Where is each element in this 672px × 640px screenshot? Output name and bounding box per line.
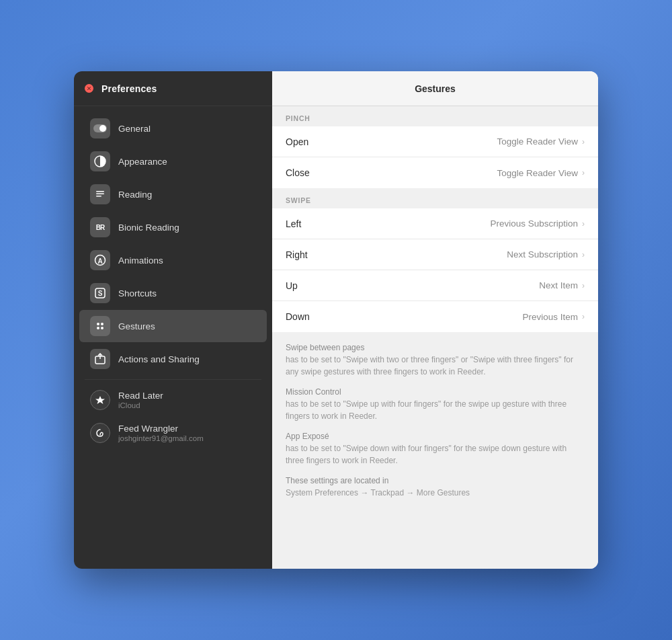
close-label: Close xyxy=(286,167,310,178)
sidebar-item-bionic-reading[interactable]: BR Bionic Reading xyxy=(79,211,267,243)
right-value-text: Next Subscription xyxy=(507,249,578,259)
sidebar-item-reading[interactable]: Reading xyxy=(79,178,267,210)
read-later-label: Read Later xyxy=(118,391,163,401)
right-label: Right xyxy=(286,249,308,260)
sidebar-header: Preferences xyxy=(74,71,272,106)
feed-wrangler-icon xyxy=(90,423,110,443)
info-text-2: has to be set to "Swipe down with four f… xyxy=(286,442,585,467)
down-value: Previous Item › xyxy=(522,312,585,322)
sidebar-item-feed-wrangler[interactable]: Feed Wrangler joshginter91@gmail.com xyxy=(79,417,267,449)
svg-point-12 xyxy=(97,327,99,329)
svg-marker-16 xyxy=(95,396,105,404)
svg-text:S: S xyxy=(98,290,103,297)
down-chevron: › xyxy=(582,312,585,321)
up-value-text: Next Item xyxy=(539,280,578,290)
bionic-reading-icon: BR xyxy=(90,217,110,237)
up-chevron: › xyxy=(582,281,585,290)
info-heading-3: These settings are located in xyxy=(286,476,585,485)
info-block-0: Swipe between pages has to be set to "Sw… xyxy=(286,343,585,378)
sidebar-item-actions-sharing[interactable]: Actions and Sharing xyxy=(79,343,267,375)
sidebar-item-animations[interactable]: A Animations xyxy=(79,244,267,276)
open-chevron: › xyxy=(582,137,585,147)
info-heading-1: Mission Control xyxy=(286,387,585,397)
sidebar-item-read-later[interactable]: Read Later iCloud xyxy=(79,384,267,416)
read-later-info: Read Later iCloud xyxy=(118,391,163,409)
close-button[interactable] xyxy=(85,84,93,93)
bionic-reading-label: Bionic Reading xyxy=(118,223,179,233)
shortcuts-label: Shortcuts xyxy=(118,288,157,298)
info-block-2: App Exposé has to be set to "Swipe down … xyxy=(286,432,585,467)
sidebar: Preferences General xyxy=(74,71,272,569)
open-value-text: Toggle Reader View xyxy=(497,136,578,147)
main-title: Gestures xyxy=(415,83,456,94)
close-value: Toggle Reader View › xyxy=(497,168,585,178)
svg-point-11 xyxy=(101,323,103,325)
up-value: Next Item › xyxy=(539,280,585,290)
up-label: Up xyxy=(286,280,298,291)
info-area: Swipe between pages has to be set to "Sw… xyxy=(272,332,598,519)
actions-sharing-label: Actions and Sharing xyxy=(118,354,200,364)
svg-text:A: A xyxy=(97,257,102,265)
gestures-icon xyxy=(90,316,110,336)
svg-point-10 xyxy=(97,323,99,325)
down-label: Down xyxy=(286,311,310,322)
reading-label: Reading xyxy=(118,190,152,200)
actions-sharing-icon xyxy=(90,349,110,369)
svg-rect-3 xyxy=(96,191,104,192)
pinch-group: Open Toggle Reader View › Close Toggle R… xyxy=(272,126,598,188)
info-block-3: These settings are located in System Pre… xyxy=(286,476,585,499)
info-heading-2: App Exposé xyxy=(286,432,585,441)
left-value: Previous Subscription › xyxy=(490,218,585,229)
swipe-section-header: SWIPE xyxy=(272,188,598,208)
right-row[interactable]: Right Next Subscription › xyxy=(272,239,598,270)
close-chevron: › xyxy=(582,168,585,177)
feed-wrangler-info: Feed Wrangler joshginter91@gmail.com xyxy=(118,424,204,442)
info-text-0: has to be set to "Swipe with two or thre… xyxy=(286,354,585,378)
left-value-text: Previous Subscription xyxy=(490,218,578,229)
preferences-window: Preferences General xyxy=(74,71,598,569)
sidebar-item-appearance[interactable]: Appearance xyxy=(79,145,267,177)
left-chevron: › xyxy=(582,219,585,229)
read-later-icon xyxy=(90,390,110,410)
up-row[interactable]: Up Next Item › xyxy=(272,270,598,301)
info-heading-0: Swipe between pages xyxy=(286,343,585,352)
gestures-label: Gestures xyxy=(118,321,155,331)
animations-icon: A xyxy=(90,250,110,270)
sidebar-item-general[interactable]: General xyxy=(79,112,267,145)
sidebar-divider xyxy=(85,379,261,380)
appearance-icon xyxy=(90,151,110,171)
left-label: Left xyxy=(286,218,301,229)
svg-point-1 xyxy=(99,125,106,132)
sidebar-item-gestures[interactable]: Gestures xyxy=(79,310,267,342)
open-row[interactable]: Open Toggle Reader View › xyxy=(272,126,598,157)
open-value: Toggle Reader View › xyxy=(497,136,585,147)
close-value-text: Toggle Reader View xyxy=(497,168,578,178)
feed-wrangler-label: Feed Wrangler xyxy=(118,424,178,434)
info-text-1: has to be set to "Swipe up with four fin… xyxy=(286,398,585,422)
pinch-section-header: PINCH xyxy=(272,106,598,126)
sidebar-navigation: General Appearance xyxy=(74,106,272,569)
animations-label: Animations xyxy=(118,255,163,266)
sidebar-title: Preferences xyxy=(101,83,157,94)
content-area: PINCH Open Toggle Reader View › Close To… xyxy=(272,106,598,569)
svg-point-13 xyxy=(101,327,103,329)
open-label: Open xyxy=(286,136,308,147)
shortcuts-icon: S xyxy=(90,283,110,303)
general-icon xyxy=(90,118,110,138)
sidebar-item-shortcuts[interactable]: S Shortcuts xyxy=(79,277,267,309)
svg-rect-4 xyxy=(96,194,104,195)
left-row[interactable]: Left Previous Subscription › xyxy=(272,208,598,239)
read-later-sublabel: iCloud xyxy=(118,401,140,409)
down-row[interactable]: Down Previous Item › xyxy=(272,301,598,332)
feed-wrangler-sublabel: joshginter91@gmail.com xyxy=(118,434,204,442)
main-content: Gestures PINCH Open Toggle Reader View ›… xyxy=(272,71,598,569)
info-block-1: Mission Control has to be set to "Swipe … xyxy=(286,387,585,422)
info-text-3: System Preferences → Trackpad → More Ges… xyxy=(286,487,585,499)
appearance-label: Appearance xyxy=(118,157,167,167)
close-row[interactable]: Close Toggle Reader View › xyxy=(272,157,598,188)
svg-rect-5 xyxy=(96,196,101,197)
reading-icon xyxy=(90,184,110,204)
right-value: Next Subscription › xyxy=(507,249,585,259)
general-label: General xyxy=(118,124,151,134)
main-header: Gestures xyxy=(272,71,598,106)
